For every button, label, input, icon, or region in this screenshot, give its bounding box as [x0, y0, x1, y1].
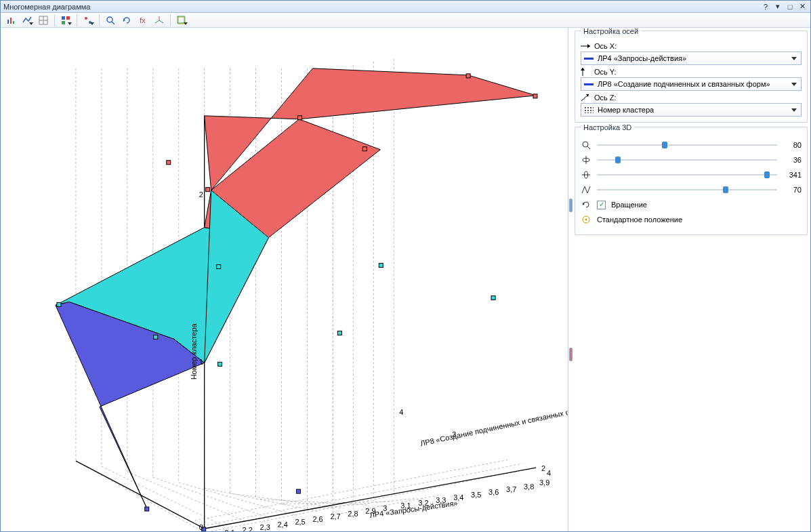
- svg-rect-66: [57, 302, 61, 306]
- svg-point-9: [85, 17, 87, 20]
- pin-button[interactable]: ▾: [772, 2, 783, 12]
- axis-y-caption: Ось Y:: [594, 68, 617, 76]
- svg-rect-2: [13, 21, 14, 24]
- reset-position-button[interactable]: Стандартное положение: [581, 214, 802, 225]
- axis-x-select[interactable]: ЛР4 «Запросы-действия»: [581, 52, 802, 65]
- axis-x-value: ЛР4 «Запросы-действия»: [598, 54, 686, 62]
- toolbar-zoom[interactable]: [103, 14, 118, 27]
- toolbar-palette-dropdown[interactable]: [58, 14, 73, 27]
- toolbar-chart-type[interactable]: [3, 14, 18, 27]
- svg-rect-0: [7, 20, 9, 24]
- svg-line-51: [76, 461, 205, 529]
- axis-y-select[interactable]: ЛР8 «Создание подчиненных и связанных фо…: [581, 77, 802, 91]
- axis-x-icon: [581, 42, 590, 50]
- toolbar-separator: [99, 14, 100, 26]
- svg-text:2,7: 2,7: [330, 512, 340, 520]
- svg-point-106: [583, 142, 588, 147]
- rotate-y-value: 36: [783, 156, 802, 164]
- svg-rect-61: [218, 362, 222, 366]
- rotation-icon: [581, 199, 591, 210]
- axis-z-select[interactable]: Номер кластера: [581, 103, 802, 117]
- svg-line-37: [127, 472, 247, 522]
- zoom-icon: [581, 140, 591, 150]
- help-button[interactable]: ?: [760, 2, 771, 12]
- svg-text:3: 3: [383, 504, 387, 512]
- svg-text:2,2: 2,2: [243, 526, 253, 531]
- rotate-x-slider[interactable]: [597, 170, 777, 180]
- toolbar-view-dropdown[interactable]: [174, 14, 189, 27]
- svg-text:2,4: 2,4: [278, 520, 288, 529]
- svg-text:3,1: 3,1: [400, 502, 411, 510]
- svg-text:fx: fx: [140, 16, 146, 24]
- svg-text:2,5: 2,5: [295, 518, 305, 526]
- svg-point-114: [585, 219, 587, 221]
- svg-rect-58: [296, 489, 300, 493]
- svg-rect-69: [297, 116, 301, 120]
- svg-text:3,7: 3,7: [506, 485, 516, 493]
- svg-text:2,3: 2,3: [260, 523, 270, 531]
- perspective-value: 70: [783, 186, 802, 194]
- toolbar-series-dropdown[interactable]: [20, 14, 35, 27]
- perspective-icon: [581, 184, 591, 195]
- svg-text:2,1: 2,1: [225, 529, 235, 531]
- svg-line-35: [76, 461, 198, 529]
- svg-rect-63: [337, 331, 341, 335]
- svg-rect-57: [145, 507, 149, 511]
- svg-text:3,9: 3,9: [539, 478, 549, 487]
- svg-rect-68: [206, 188, 210, 192]
- svg-text:2: 2: [541, 464, 545, 472]
- rotation-checkbox[interactable]: [597, 201, 606, 209]
- svg-rect-8: [62, 21, 65, 24]
- axis-x-label-row: Ось X:: [581, 42, 802, 50]
- rotate-y-icon: [581, 155, 591, 165]
- toolbar-separator: [54, 14, 55, 26]
- svg-text:4: 4: [399, 408, 403, 416]
- svg-rect-7: [66, 16, 70, 20]
- toolbar-marker-dropdown[interactable]: [81, 14, 96, 27]
- svg-rect-67: [167, 161, 171, 165]
- axis-y-icon: [581, 68, 590, 76]
- axis-y-label-row: Ось Y:: [581, 68, 802, 76]
- svg-rect-72: [533, 94, 537, 98]
- side-panel: Настройка осей Ось X: ЛР4 «Запросы-дейст…: [573, 28, 810, 531]
- svg-rect-71: [466, 74, 470, 78]
- svg-text:2,6: 2,6: [312, 515, 323, 523]
- svg-text:3,8: 3,8: [524, 483, 534, 491]
- zoom-slider[interactable]: [597, 140, 777, 150]
- chart-y-axis-label: ЛР8 «Создание подчиненных и связанных фо…: [419, 404, 568, 448]
- svg-rect-6: [62, 16, 65, 20]
- svg-text:3,6: 3,6: [488, 488, 499, 496]
- toolbar-function[interactable]: fx: [136, 14, 150, 27]
- svg-text:2,9: 2,9: [365, 507, 375, 515]
- svg-line-12: [112, 22, 115, 24]
- svg-text:3: 3: [452, 430, 456, 438]
- svg-line-36: [102, 466, 222, 525]
- axis-z-label-row: Ось Z:: [581, 94, 802, 102]
- rotate-y-slider[interactable]: [597, 155, 777, 165]
- toolbar-refresh[interactable]: [119, 14, 134, 27]
- svg-line-40: [205, 488, 320, 512]
- svg-marker-103: [581, 68, 585, 70]
- svg-line-39: [179, 483, 295, 515]
- svg-line-107: [587, 146, 590, 149]
- svg-text:3,3: 3,3: [436, 496, 446, 504]
- maximize-button[interactable]: □: [785, 2, 795, 12]
- axes-settings-group: Настройка осей Ось X: ЛР4 «Запросы-дейст…: [575, 30, 808, 123]
- window-title: Многомерная диаграмма: [3, 3, 759, 11]
- svg-text:3,4: 3,4: [453, 493, 463, 502]
- toolbar-separator: [77, 14, 77, 26]
- close-button[interactable]: ✕: [797, 2, 808, 12]
- zoom-value: 80: [783, 141, 802, 149]
- perspective-slider[interactable]: [597, 185, 777, 195]
- chart-3d[interactable]: ЛР4 «Запросы-действия» ЛР8 «Создание под…: [1, 28, 568, 531]
- svg-text:4: 4: [547, 469, 551, 477]
- axis-z-icon: [581, 94, 590, 102]
- splitter-right[interactable]: [568, 28, 573, 531]
- svg-text:2: 2: [199, 190, 203, 199]
- toolbar-grid[interactable]: [36, 14, 51, 27]
- axis-x-caption: Ось X:: [594, 42, 617, 50]
- toolbar-3d-axes[interactable]: [152, 14, 167, 27]
- axis-z-value: Номер кластера: [598, 106, 654, 114]
- svg-rect-65: [491, 295, 495, 300]
- svg-line-50: [205, 468, 536, 529]
